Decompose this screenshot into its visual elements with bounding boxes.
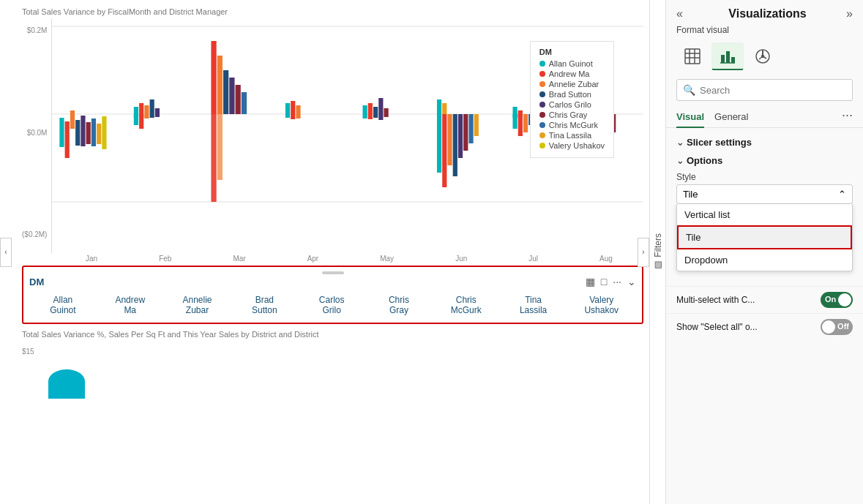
slicer-resize-top[interactable] (29, 271, 636, 274)
resize-handle[interactable] (322, 271, 344, 274)
chevron-down-icon[interactable]: ⌄ (627, 276, 636, 287)
slicer-item-1[interactable]: AndrewMa (108, 292, 152, 318)
legend-label-1: Andrew Ma (549, 69, 590, 78)
svg-rect-10 (97, 124, 102, 144)
legend-label-4: Carlos Grilo (549, 100, 591, 109)
svg-rect-43 (437, 99, 441, 114)
legend-item: Annelie Zubar (539, 80, 605, 89)
option-vertical-list[interactable]: Vertical list (677, 204, 852, 225)
visualizations-title: Visualizations (728, 7, 806, 20)
slicer-item-5[interactable]: ChrisGray (377, 292, 421, 318)
svg-rect-20 (217, 56, 223, 114)
options-label: Options (687, 155, 722, 166)
chart-y-labels: $0.2M $0.0M ($0.2M) (22, 19, 51, 253)
x-label-feb: Feb (159, 255, 171, 263)
legend-item: Tina Lassila (539, 131, 605, 140)
expand-panel-icon[interactable]: » (846, 7, 853, 20)
y-label-bot: ($0.2M) (22, 230, 47, 238)
tab-visual[interactable]: Visual (676, 107, 704, 128)
legend-dot-5 (539, 112, 545, 118)
legend-item: Carlos Grilo (539, 100, 605, 109)
bottom-chart (37, 340, 96, 399)
y-label-top: $0.2M (22, 26, 47, 34)
slicer-settings-chevron: ⌄ (676, 138, 684, 148)
slicer-item-0[interactable]: AllanGuinot (41, 292, 85, 318)
visualizations-header: « Visualizations » (666, 0, 863, 25)
slicer-icons: ▦ □ ··· ⌄ (586, 276, 636, 287)
svg-rect-48 (518, 114, 523, 136)
options-chevron: ⌄ (676, 156, 684, 166)
svg-rect-17 (134, 114, 138, 125)
x-label-may: May (380, 255, 394, 263)
multiselect-toggle-knob (838, 293, 851, 306)
slicer-item-4[interactable]: CarlosGrilo (310, 292, 354, 318)
multiselect-toggle-text: On (825, 295, 836, 304)
multiselect-toggle-row: Multi-select with C... On (666, 286, 863, 313)
svg-rect-38 (453, 114, 457, 176)
style-row: Style Tile ⌃ Vertical list Tile Dropdown (666, 169, 863, 206)
options-subsection-header[interactable]: ⌄ Options (666, 152, 863, 169)
legend-dot-0 (539, 61, 545, 67)
filter-icon[interactable]: ▦ (586, 276, 595, 287)
style-selected-value: Tile (683, 189, 698, 200)
svg-rect-22 (230, 78, 235, 114)
svg-rect-66 (726, 51, 730, 63)
multiselect-label: Multi-select with C... (676, 295, 821, 305)
tab-general[interactable]: General (714, 107, 748, 128)
bottom-y-label: $15 (22, 340, 34, 356)
collapse-right-handle[interactable]: › (638, 238, 649, 267)
top-chart-area: Total Sales Variance by FiscalMonth and … (0, 0, 665, 263)
expand-icon[interactable]: □ (601, 276, 607, 287)
legend-item: Valery Ushakov (539, 141, 605, 150)
svg-rect-32 (373, 107, 378, 118)
svg-rect-25 (212, 114, 217, 202)
slicer-item-6[interactable]: ChrisMcGurk (444, 292, 488, 318)
collapse-panel-icon[interactable]: « (676, 7, 683, 20)
more-icon[interactable]: ··· (613, 276, 621, 287)
style-dropdown-btn[interactable]: Tile ⌃ (676, 184, 853, 204)
table-icon-btn[interactable] (676, 42, 709, 70)
search-input[interactable] (700, 85, 846, 96)
option-dropdown[interactable]: Dropdown (677, 249, 852, 271)
x-label-apr: Apr (307, 255, 319, 263)
style-dropdown[interactable]: Tile ⌃ Vertical list Tile Dropdown (676, 184, 853, 204)
legend-label-2: Annelie Zubar (549, 80, 599, 89)
legend-dot-2 (539, 81, 545, 87)
svg-rect-47 (513, 114, 518, 129)
slicer-item-2[interactable]: AnnelieZubar (176, 292, 220, 318)
svg-rect-40 (464, 114, 468, 151)
svg-rect-14 (145, 105, 149, 119)
analytics-icon-btn[interactable] (747, 42, 779, 70)
svg-rect-49 (523, 114, 528, 132)
multiselect-toggle[interactable]: On (821, 292, 853, 308)
svg-rect-36 (443, 114, 447, 187)
show-select-all-toggle[interactable]: Off (821, 319, 853, 335)
tab-more-icon[interactable]: ··· (842, 108, 853, 127)
legend-item: Chris Gray (539, 110, 605, 119)
filters-label[interactable]: ▧ Filters (653, 233, 663, 271)
svg-rect-39 (458, 114, 463, 158)
filters-strip[interactable]: ▧ Filters (649, 0, 665, 504)
svg-rect-23 (236, 85, 241, 114)
svg-rect-41 (469, 114, 474, 143)
slicer-item-7[interactable]: TinaLassila (512, 292, 556, 318)
svg-rect-21 (223, 70, 228, 114)
x-label-jul: Jul (528, 255, 538, 263)
svg-rect-8 (86, 122, 91, 144)
svg-rect-24 (242, 92, 247, 114)
x-label-aug: Aug (599, 255, 613, 263)
legend-dot-6 (539, 122, 545, 128)
slicer-item-8[interactable]: ValeryUshakov (578, 292, 624, 318)
legend-dot-8 (539, 143, 545, 148)
x-label-mar: Mar (233, 255, 245, 263)
slicer-item-3[interactable]: BradSutton (242, 292, 286, 318)
bar-chart-icon-btn[interactable] (711, 42, 744, 70)
svg-rect-19 (212, 41, 217, 114)
svg-rect-18 (140, 114, 144, 129)
x-label-jan: Jan (86, 255, 97, 263)
search-box[interactable]: 🔍 (676, 79, 853, 101)
svg-rect-29 (296, 105, 301, 119)
option-tile[interactable]: Tile (677, 225, 852, 249)
collapse-left-handle[interactable]: ‹ (0, 238, 12, 267)
slicer-settings-header[interactable]: ⌄ Slicer settings (666, 132, 863, 152)
